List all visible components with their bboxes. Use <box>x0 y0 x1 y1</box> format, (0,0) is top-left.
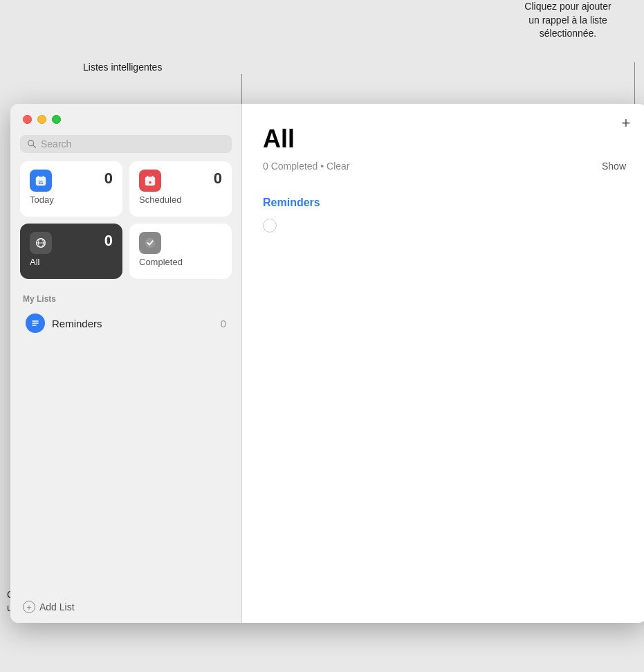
today-icon: 31 <box>30 170 52 192</box>
svg-line-1 <box>33 145 36 148</box>
completed-info: 0 Completed • Clear <box>263 161 350 172</box>
maximize-button[interactable] <box>52 115 61 124</box>
close-button[interactable] <box>23 115 32 124</box>
svg-rect-10 <box>152 176 154 179</box>
new-reminder-row[interactable] <box>263 216 626 235</box>
scheduled-icon <box>139 170 161 192</box>
all-label: All <box>30 257 39 267</box>
main-content: + All 0 Completed • Clear Show Reminders <box>242 104 644 623</box>
reminders-list-name: Reminders <box>52 318 214 329</box>
reminders-list-icon <box>26 314 45 333</box>
svg-text:31: 31 <box>38 180 44 185</box>
svg-point-15 <box>145 238 155 248</box>
svg-rect-4 <box>38 176 39 179</box>
traffic-lights <box>10 104 241 132</box>
today-icon-row: 31 0 <box>30 170 113 192</box>
svg-rect-5 <box>43 176 44 179</box>
add-list-button[interactable]: + Add List <box>10 591 241 623</box>
smart-list-all[interactable]: 0 All <box>20 224 122 279</box>
completed-icon-row <box>139 232 222 254</box>
annotation-cliquez-rappel: Cliquez pour ajouter un rappel à la list… <box>499 0 637 41</box>
all-icon-row: 0 <box>30 232 113 254</box>
completed-label: Completed <box>139 257 183 267</box>
svg-rect-8 <box>145 177 155 181</box>
list-item-reminders[interactable]: Reminders 0 <box>20 308 232 338</box>
smart-list-completed[interactable]: Completed <box>129 224 232 279</box>
main-title: All <box>263 125 626 154</box>
my-lists-heading: My Lists <box>20 294 232 304</box>
svg-point-11 <box>149 181 151 184</box>
main-window: Search 31 0 <box>10 104 644 623</box>
reminders-heading: Reminders <box>263 197 626 209</box>
annotation-rappel-line3: sélectionnée. <box>540 28 597 39</box>
add-reminder-button[interactable]: + <box>616 113 636 133</box>
reminders-section: Reminders <box>242 197 644 235</box>
scheduled-label: Scheduled <box>139 194 181 205</box>
annotation-listes-text: Listes intelligentes <box>83 62 162 73</box>
search-icon <box>27 139 37 149</box>
search-placeholder: Search <box>41 138 71 149</box>
completed-count: 0 <box>263 161 268 172</box>
reminders-list-count: 0 <box>221 318 226 329</box>
my-lists-section: My Lists Reminders 0 <box>10 289 241 338</box>
annotation-rappel-line1: Cliquez pour ajouter <box>524 1 611 12</box>
annotation-listes-intelligentes: Listes intelligentes <box>83 61 162 75</box>
svg-rect-9 <box>147 176 149 179</box>
search-container: Search <box>10 132 241 161</box>
clear-button: Clear <box>326 161 349 172</box>
add-list-label: Add List <box>39 601 75 612</box>
content-body: All 0 Completed • Clear Show <box>242 104 644 197</box>
completed-label-text: Completed <box>271 161 318 172</box>
smart-list-scheduled[interactable]: 0 Scheduled <box>129 161 232 217</box>
completed-bar: 0 Completed • Clear Show <box>263 161 626 172</box>
scheduled-icon-row: 0 <box>139 170 222 192</box>
svg-rect-3 <box>36 177 46 181</box>
smart-lists-grid: 31 0 Today <box>10 161 241 289</box>
today-label: Today <box>30 194 54 205</box>
today-count: 0 <box>104 170 113 188</box>
bullet-separator: • <box>320 161 324 172</box>
sidebar: Search 31 0 <box>10 104 242 623</box>
all-count: 0 <box>104 232 113 250</box>
completed-icon <box>139 232 161 254</box>
smart-list-today[interactable]: 31 0 Today <box>20 161 122 217</box>
search-bar[interactable]: Search <box>20 135 232 153</box>
minimize-button[interactable] <box>37 115 46 124</box>
add-list-icon: + <box>23 601 35 613</box>
annotation-rappel-line2: un rappel à la liste <box>528 15 607 26</box>
show-button[interactable]: Show <box>602 161 626 172</box>
scheduled-count: 0 <box>214 170 222 188</box>
all-icon <box>30 232 52 254</box>
reminder-checkbox[interactable] <box>263 219 277 233</box>
